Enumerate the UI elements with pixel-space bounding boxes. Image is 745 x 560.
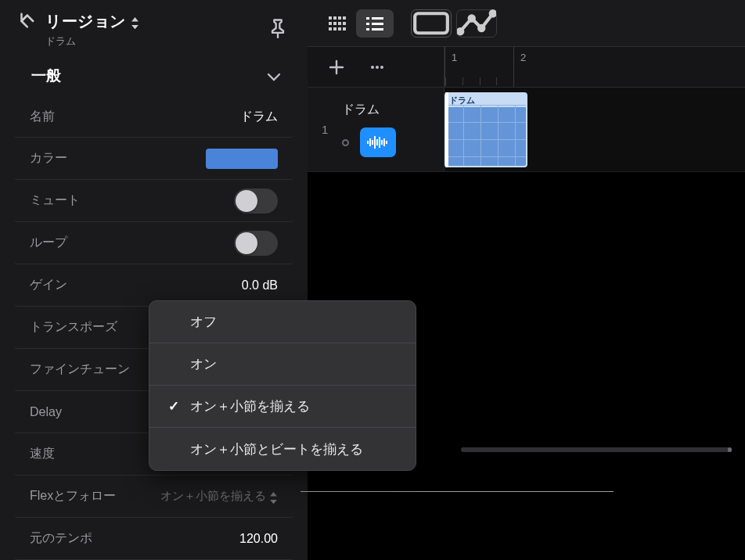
loop-toggle[interactable] [234,231,278,256]
updown-arrows-icon [269,492,278,503]
row-name[interactable]: 名前 ドラム [14,95,293,138]
svg-rect-9 [333,27,337,31]
row-label: ミュート [30,192,80,209]
mute-toggle[interactable] [234,188,278,214]
ruler-mark: 1 [444,47,513,87]
record-enable-icon[interactable] [342,139,349,146]
svg-rect-34 [386,141,387,144]
inspector-subtitle: ドラム [45,34,139,48]
svg-rect-27 [369,138,371,146]
svg-point-25 [380,66,383,69]
svg-point-20 [470,16,474,20]
row-loop: ループ [14,222,293,264]
section-title: 一般 [31,66,61,86]
track-index: 1 [322,123,331,136]
arrange-area: 1 2 1 ドラム [308,0,745,560]
track-header[interactable]: 1 ドラム [308,88,444,171]
popup-item-label: オフ [190,313,217,331]
track-type-icon [360,127,396,157]
row-label: 速度 [30,446,55,462]
row-original-tempo[interactable]: 元のテンポ 120.00 [14,518,293,560]
updown-arrows-icon[interactable] [131,17,139,28]
pin-icon[interactable] [267,17,289,39]
inspector-panel: リージョン ドラム 一般 名前 ドラム カラー [0,0,308,560]
view-list-button[interactable] [356,9,394,38]
audio-region[interactable]: ドラム [444,92,527,167]
inspector-title[interactable]: リージョン [45,11,126,32]
svg-rect-2 [338,16,341,20]
svg-rect-0 [329,16,332,20]
svg-rect-5 [333,22,337,25]
svg-rect-31 [379,137,380,148]
svg-point-19 [458,29,462,34]
view-mode-segmented [319,9,394,38]
chevron-down-icon [267,70,281,81]
section-header[interactable]: 一般 [0,63,308,95]
row-label: ループ [30,235,67,251]
row-label: ファインチューン [30,361,130,378]
scrollbar-thumb[interactable] [728,447,732,452]
svg-rect-7 [343,22,346,25]
row-label: 名前 [30,109,55,125]
ruler-mark: 2 [513,47,582,87]
svg-rect-6 [338,22,341,25]
popup-item-label: オン＋小節とビートを揃える [190,440,363,458]
flex-value: オン＋小節を揃える [160,489,266,504]
track-lane[interactable]: ドラム [444,88,745,171]
bar-ruler[interactable]: 1 2 [444,47,745,87]
svg-rect-10 [338,27,341,31]
svg-point-22 [491,11,495,16]
svg-rect-3 [343,16,346,20]
row-mute: ミュート [14,180,293,222]
svg-point-24 [376,66,379,69]
svg-rect-4 [329,22,332,25]
popup-item-label: オン＋小節を揃える [190,397,310,415]
svg-rect-30 [376,139,378,145]
timeline-header: 1 2 [308,47,745,88]
row-flex-follow[interactable]: Flexとフォロー オン＋小節を揃える [14,476,293,518]
svg-rect-18 [415,13,448,33]
popup-item-on-bars[interactable]: ✓ オン＋小節を揃える [149,386,416,428]
svg-rect-13 [372,17,383,20]
row-color[interactable]: カラー [14,138,293,180]
back-arrow-icon[interactable] [17,13,34,31]
svg-rect-1 [333,16,337,20]
popup-item-off[interactable]: ✓ オフ [149,301,416,343]
svg-rect-14 [366,23,369,25]
playhead[interactable] [445,92,448,167]
view-grid-button[interactable] [319,9,356,38]
svg-rect-15 [372,23,383,25]
svg-rect-11 [343,27,346,31]
row-label: 元のテンポ [30,530,92,547]
inspector-header: リージョン ドラム [0,0,308,63]
svg-rect-16 [366,28,369,31]
svg-rect-26 [367,141,369,144]
row-label: Delay [30,405,62,419]
svg-rect-8 [329,27,332,31]
svg-rect-12 [366,17,369,20]
svg-rect-29 [374,136,376,149]
tempo-value[interactable]: 120.00 [239,532,278,546]
automation-mode-button[interactable] [456,9,497,38]
horizontal-scrollbar[interactable] [461,447,732,452]
gain-value[interactable]: 0.0 dB [242,278,278,293]
color-swatch[interactable] [206,149,278,169]
main-toolbar [308,0,745,47]
row-label: Flexとフォロー [30,488,116,504]
track-header-controls [308,47,444,87]
svg-rect-28 [372,140,373,145]
svg-point-21 [479,26,484,31]
svg-point-23 [371,66,374,69]
popup-item-label: オン [190,355,217,373]
flex-follow-popup: ✓ オフ ✓ オン ✓ オン＋小節を揃える ✓ オン＋小節とビートを揃える [149,300,416,471]
region-mode-button[interactable] [411,9,452,38]
svg-rect-33 [383,138,385,146]
popup-item-on-bars-beats[interactable]: ✓ オン＋小節とビートを揃える [149,428,416,470]
popup-item-on[interactable]: ✓ オン [149,343,416,386]
track-name: ドラム [342,102,430,118]
svg-rect-17 [372,28,383,31]
more-icon[interactable] [369,59,386,76]
name-value[interactable]: ドラム [240,109,278,125]
edit-mode-segmented [411,9,497,38]
add-track-icon[interactable] [328,59,345,76]
